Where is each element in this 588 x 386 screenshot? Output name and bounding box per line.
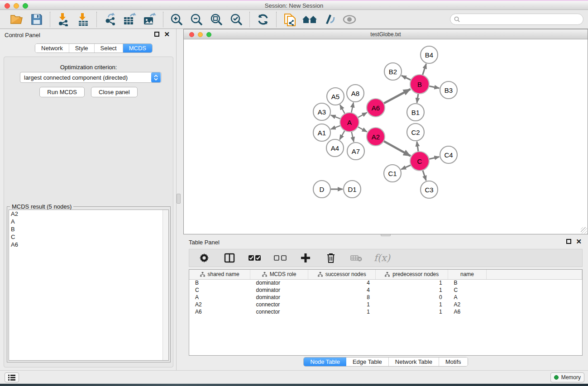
- list-scrollbar[interactable]: [163, 210, 168, 360]
- graph-node-B[interactable]: B: [410, 75, 429, 94]
- network-canvas-svg[interactable]: AA6A2BCA5A8A3A1A4A7B2B4B3B1C2C4C1C3DD1: [184, 39, 588, 234]
- tab-select[interactable]: Select: [95, 44, 123, 52]
- column-header-predecessor-nodes[interactable]: predecessor nodes: [376, 270, 448, 279]
- zoom-out-icon[interactable]: [189, 12, 204, 27]
- mcds-result-item[interactable]: C: [9, 233, 168, 241]
- export-image-icon[interactable]: [142, 12, 158, 27]
- save-session-icon[interactable]: [29, 12, 44, 27]
- close-panel-button[interactable]: Close panel: [91, 87, 138, 97]
- open-file-icon[interactable]: [9, 12, 24, 27]
- close-panel-icon[interactable]: ✕: [164, 32, 170, 37]
- export-network-icon[interactable]: [102, 12, 118, 27]
- graph-node-B3[interactable]: B3: [440, 81, 457, 99]
- deselect-all-checkboxes-icon[interactable]: [272, 251, 288, 265]
- table-cell[interactable]: C: [189, 286, 250, 294]
- function-builder-icon[interactable]: f(x): [374, 253, 390, 263]
- graph-node-D[interactable]: D: [313, 181, 330, 198]
- node-table[interactable]: shared nameMCDS rolesuccessor nodesprede…: [189, 269, 583, 356]
- delete-table-icon[interactable]: [349, 251, 364, 265]
- graph-node-D1[interactable]: D1: [344, 181, 361, 198]
- table-cell[interactable]: connector: [250, 308, 308, 315]
- graph-node-A4[interactable]: A4: [326, 139, 344, 157]
- tab-node-table[interactable]: Node Table: [304, 357, 346, 366]
- import-table-icon[interactable]: [76, 12, 91, 27]
- tab-network[interactable]: Network: [35, 44, 69, 52]
- column-header-successor-nodes[interactable]: successor nodes: [308, 270, 376, 279]
- tab-style[interactable]: Style: [69, 44, 95, 52]
- table-row[interactable]: A6connector11A6: [189, 308, 582, 315]
- criterion-dropdown[interactable]: largest connected component (directed): [20, 72, 162, 83]
- graph-node-C1[interactable]: C1: [384, 165, 401, 182]
- graph-node-A7[interactable]: A7: [347, 143, 364, 160]
- table-cell[interactable]: A: [189, 294, 250, 301]
- graph-node-C[interactable]: C: [410, 152, 429, 171]
- copy-network-icon[interactable]: [282, 12, 297, 27]
- table-row[interactable]: Bdominator41B: [189, 279, 582, 286]
- graph-node-A1[interactable]: A1: [313, 124, 330, 141]
- tab-motifs[interactable]: Motifs: [439, 357, 468, 366]
- split-columns-icon[interactable]: [222, 251, 237, 265]
- style-icon[interactable]: [322, 12, 337, 27]
- memory-button[interactable]: Memory: [550, 372, 584, 382]
- table-cell[interactable]: C: [448, 286, 487, 294]
- search-input[interactable]: [462, 16, 583, 23]
- search-field[interactable]: [450, 14, 583, 25]
- mcds-result-item[interactable]: B: [9, 225, 168, 233]
- graph-node-B1[interactable]: B1: [407, 104, 424, 121]
- table-cell[interactable]: A2: [448, 301, 487, 308]
- float-panel-icon[interactable]: [154, 32, 159, 37]
- table-float-panel-icon[interactable]: [566, 239, 571, 244]
- graph-node-C2[interactable]: C2: [407, 124, 424, 141]
- refresh-icon[interactable]: [255, 12, 271, 27]
- column-header-MCDS-role[interactable]: MCDS role: [250, 270, 308, 279]
- window-resize-grip[interactable]: [581, 227, 587, 234]
- zoom-in-icon[interactable]: [169, 12, 184, 27]
- graph-node-A8[interactable]: A8: [347, 85, 364, 102]
- eye-icon[interactable]: [342, 12, 357, 27]
- table-row[interactable]: Cdominator41C: [189, 286, 582, 294]
- delete-icon[interactable]: [323, 251, 339, 265]
- tab-mcds[interactable]: MCDS: [123, 44, 152, 52]
- vertical-splitter-handle[interactable]: [177, 194, 181, 204]
- zoom-fit-icon[interactable]: [209, 12, 224, 27]
- column-header-name[interactable]: name: [448, 270, 487, 279]
- mcds-result-item[interactable]: A6: [9, 241, 168, 248]
- gear-icon[interactable]: [196, 251, 212, 265]
- network-canvas[interactable]: AA6A2BCA5A8A3A1A4A7B2B4B3B1C2C4C1C3DD1: [184, 39, 588, 234]
- zoom-selected-icon[interactable]: [229, 12, 244, 27]
- column-header-shared-name[interactable]: shared name: [189, 270, 250, 279]
- table-cell[interactable]: dominator: [250, 286, 308, 294]
- graph-node-A6[interactable]: A6: [367, 99, 385, 117]
- network-window-titlebar[interactable]: testGlobe.txt: [184, 29, 588, 39]
- table-cell[interactable]: 4: [308, 279, 376, 286]
- home-icon[interactable]: [302, 12, 317, 27]
- table-cell[interactable]: B: [448, 279, 487, 286]
- table-cell[interactable]: A: [448, 294, 487, 301]
- table-close-panel-icon[interactable]: ✕: [576, 239, 582, 244]
- table-cell[interactable]: connector: [250, 301, 308, 308]
- graph-node-C3[interactable]: C3: [421, 181, 438, 198]
- graph-node-A5[interactable]: A5: [327, 88, 344, 105]
- table-cell[interactable]: 1: [376, 301, 448, 308]
- tab-network-table[interactable]: Network Table: [389, 357, 439, 366]
- table-cell[interactable]: 1: [376, 286, 448, 294]
- export-table-icon[interactable]: [122, 12, 138, 27]
- table-cell[interactable]: 1: [376, 279, 448, 286]
- table-cell[interactable]: A2: [189, 301, 250, 308]
- table-cell[interactable]: 1: [376, 308, 448, 315]
- table-row[interactable]: A2connector11A2: [189, 301, 582, 308]
- graph-node-B2[interactable]: B2: [384, 63, 402, 80]
- run-mcds-button[interactable]: Run MCDS: [39, 87, 85, 97]
- tab-edge-table[interactable]: Edge Table: [346, 357, 389, 366]
- graph-node-A[interactable]: A: [340, 113, 359, 132]
- graph-node-A3[interactable]: A3: [313, 103, 330, 120]
- select-all-checkboxes-icon[interactable]: [247, 251, 263, 265]
- task-history-button[interactable]: [5, 372, 19, 382]
- graph-node-A2[interactable]: A2: [367, 128, 385, 146]
- mcds-result-item[interactable]: A2: [9, 210, 168, 218]
- mcds-result-list[interactable]: A2ABCA6: [9, 210, 169, 361]
- graph-node-C4[interactable]: C4: [440, 146, 457, 163]
- table-cell[interactable]: 1: [308, 301, 376, 308]
- add-column-icon[interactable]: [298, 251, 313, 265]
- table-cell[interactable]: 0: [376, 294, 448, 301]
